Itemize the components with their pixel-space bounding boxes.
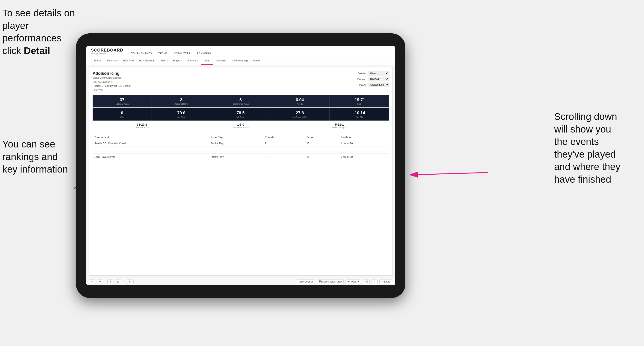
national-rank-value: 37 [94,98,150,102]
fit-button[interactable]: ⊞ [115,280,121,284]
watch-label: Watch [350,280,357,283]
stat-adj-score: 78.5 Adj Score [211,108,270,121]
powered-by: Powered by clippd [91,53,123,55]
nav-teams[interactable]: TEAMS [155,50,171,57]
stat-avg-score: 79.6 Avg Score [152,108,211,121]
logo: SCOREBOARD Powered by clippd [91,48,123,57]
top25-record-value: 1-5-0 [192,123,290,126]
position-1: 4 out of 20 [339,140,389,147]
overall-record-label: Overall Record [92,126,192,129]
division-select[interactable]: NJCAA I [368,77,389,81]
player-year: First Year [92,88,130,92]
table-row [92,147,389,154]
annotation-line3bold: Detail [24,45,50,56]
gender-selector-row: Gender Women [358,71,389,75]
save-custom-label: Save Custom View [322,280,342,283]
view-original-button[interactable]: View: Original [297,280,315,284]
points-label: Points [272,103,328,105]
r-line6: have finished [554,174,611,185]
player-college: Mesa Community College [92,76,130,80]
tab-matrix2[interactable]: Matrix [250,57,263,65]
bl-line3: key information [2,164,68,174]
annotation-line1: To see details on [2,7,75,18]
nav-committee[interactable]: COMMITTEE [171,50,194,57]
share-icon: ↗ [382,280,383,283]
logo-text: SCOREBOARD [91,48,123,53]
record-top50: 5-11-1 Record vs top 50 [290,123,389,129]
tab-h2h-grid[interactable]: H2H Grid [120,57,136,65]
gender-select[interactable]: Women [368,71,389,75]
secondary-nav: Teams Summary H2H Grid H2H Heatmap Matri… [86,57,395,65]
wins-label: Wins [94,116,150,118]
watch-button[interactable]: 👁 Watch ▾ [346,280,361,284]
gender-label: Gender [358,72,366,75]
col-score: Score [305,134,339,140]
rounds-1: 2 [263,140,305,147]
undo-button[interactable]: ↩ [89,280,95,284]
top-nav: SCOREBOARD Powered by clippd TOURNAMENTS… [86,46,395,57]
share-button[interactable]: ↗ Share [379,280,392,284]
bottomleft-annotation: You can see rankings and key information [2,138,80,176]
chevron-down-icon: ▾ [358,280,359,283]
col-position: Position [339,134,389,140]
nav-rankings[interactable]: RANKINGS [194,50,214,57]
tab-detail[interactable]: Detail [201,57,213,65]
tournament-name-2: Lady Coyote Invite [92,154,209,160]
clock-button[interactable]: ⏱ [127,280,134,284]
bottom-toolbar: ↩ ↪ | ⊕ ⊞ — ⏱ View: Original 💾 Save Cust… [86,278,395,285]
score-1: 17 [305,140,339,147]
stat-points: 6.04 Points [270,95,330,107]
annotation-line3prefix: click [2,45,24,56]
division-selector-row: Division NJCAA I [357,77,389,81]
topleft-annotation: To see details on player performances cl… [2,7,80,57]
tab-players[interactable]: Players [170,57,184,65]
col-rounds: Rounds [263,134,305,140]
separator2: — [123,280,125,283]
separator1: | [105,280,106,283]
redo-button[interactable]: ↪ [97,280,103,284]
adj-score-label: Adj Score [213,116,268,118]
eye-icon: 👁 [348,280,350,283]
avg-score-value: 79.6 [154,111,209,116]
col-event-type: Event Type [209,134,263,140]
screen-button[interactable]: ⬜ [363,280,370,284]
conference-rank-label: Conference Rank [213,103,268,105]
tab-summary[interactable]: Summary [104,57,120,65]
player-division: NJCAA Division 1 [92,80,130,84]
tab-h2h-grid2[interactable]: H2H Grid [213,57,229,65]
avg-score-par-value: 27.8 [272,111,328,116]
avg-score-label: Avg Score [154,116,209,118]
table-row: Lady Coyote Invite Stroke Play 2 16 7 ou… [92,154,389,160]
bl-line2: rankings and [2,151,58,162]
avg-sg-label: Avg SG [332,116,387,118]
player-select[interactable]: Addison King [368,83,389,87]
event-type-1: Stroke Play [209,140,263,147]
tab-summary2[interactable]: Summary [184,57,201,65]
tab-h2h-heatmap[interactable]: H2H Heatmap [136,57,158,65]
player-name: Addison King [92,71,130,76]
top50-record-label: Record vs top 50 [290,126,389,129]
adj-score-value: 78.5 [213,111,268,116]
view-original-label: View: Original [299,280,313,283]
r-line3: the events [554,136,599,147]
avg-score-par-label: Avg Score to Par [272,116,328,118]
sos-value: -19.71 [332,98,387,102]
player-info: Addison King Mesa Community College NJCA… [92,71,130,92]
tab-teams[interactable]: Teams [91,57,104,65]
expand-button[interactable]: ⤢ [372,280,378,284]
top50-record-value: 5-11-1 [290,123,389,126]
zoom-button[interactable]: ⊕ [107,280,113,284]
bl-line1: You can see [2,139,55,150]
main-nav: TOURNAMENTS TEAMS COMMITTEE RANKINGS [128,50,214,57]
r-line5: and where they [554,161,620,172]
division-label: Division [357,78,366,81]
player-label: Player [359,84,366,86]
tab-h2h-heatmap2[interactable]: H2H Heatmap [229,57,250,65]
nav-tournaments[interactable]: TOURNAMENTS [128,50,155,57]
tablet-screen: SCOREBOARD Powered by clippd TOURNAMENTS… [86,46,395,285]
save-custom-button[interactable]: 💾 Save Custom View [317,280,344,284]
event-type-2: Stroke Play [209,154,263,160]
player-selector-row: Player Addison King [359,83,389,87]
stat-avg-score-par: 27.8 Avg Score to Par [270,108,330,121]
tab-matrix[interactable]: Matrix [158,57,170,65]
